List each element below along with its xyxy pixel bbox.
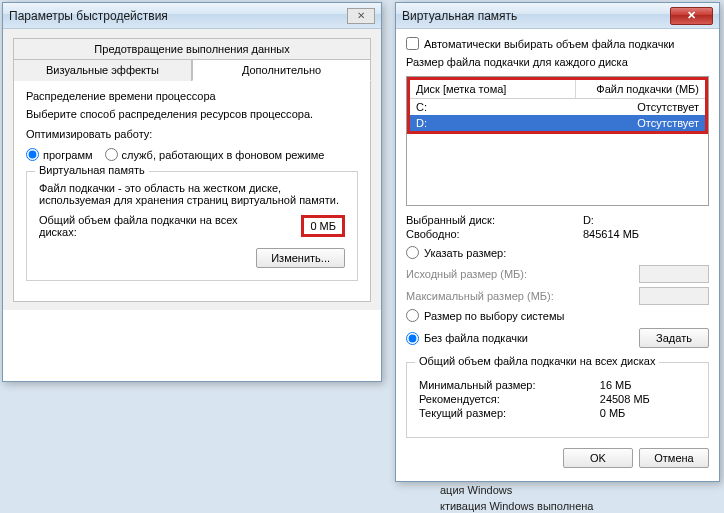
close-icon[interactable]: ✕ [670,7,713,25]
window-body: Автоматически выбирать объем файла подка… [396,29,719,476]
initial-size-input [639,265,709,283]
selected-disk-value: D: [583,214,709,226]
titlebar[interactable]: Виртуальная память ✕ [396,3,719,29]
tab-visual-effects[interactable]: Визуальные эффекты [13,59,192,81]
vm-total-label: Общий объем файла подкачки на всех диска… [39,214,239,238]
selected-disk-label: Выбранный диск: [406,214,565,226]
cpu-desc: Выберите способ распределения ресурсов п… [26,108,358,120]
radio-programs-input[interactable] [26,148,39,161]
max-size-label: Максимальный размер (МБ): [406,290,554,302]
vm-total-value: 0 МБ [301,215,345,237]
titlebar[interactable]: Параметры быстродействия ✕ [3,3,381,29]
disk-row[interactable]: D: Отсутствует [410,115,705,131]
min-label: Минимальный размер: [419,379,582,391]
radio-services-input[interactable] [105,148,118,161]
vm-group-title: Виртуальная память [35,164,149,176]
col-pagefile: Файл подкачки (МБ) [576,80,705,98]
radio-none-input[interactable] [406,332,419,345]
radio-services[interactable]: служб, работающих в фоновом режиме [105,148,325,161]
per-disk-label: Размер файла подкачки для каждого диска [406,56,709,68]
activation-text-1: ация Windows [440,484,512,496]
cpu-section: Распределение времени процессора Выберит… [26,90,358,161]
vm-groupbox: Виртуальная память Файл подкачки - это о… [26,171,358,281]
performance-options-window: Параметры быстродействия ✕ Предотвращени… [2,2,382,382]
radio-custom-input[interactable] [406,246,419,259]
cpu-title: Распределение времени процессора [26,90,358,102]
radio-system-managed[interactable]: Размер по выбору системы [406,309,709,322]
disk-header: Диск [метка тома] Файл подкачки (МБ) [410,80,705,99]
min-value: 16 МБ [600,379,696,391]
set-button[interactable]: Задать [639,328,709,348]
auto-manage-checkbox[interactable] [406,37,419,50]
cpu-optimize-label: Оптимизировать работу: [26,128,358,140]
cur-value: 0 МБ [600,407,696,419]
totals-title: Общий объем файла подкачки на всех диска… [415,355,659,367]
auto-manage-label: Автоматически выбирать объем файла подка… [424,38,674,50]
activation-text-2: ктивация Windows выполнена [440,500,593,512]
change-button[interactable]: Изменить... [256,248,345,268]
window-body: Предотвращение выполнения данных Визуаль… [3,29,381,310]
tab-content: Распределение времени процессора Выберит… [13,80,371,302]
virtual-memory-window: Виртуальная память ✕ Автоматически выбир… [395,2,720,482]
selected-disk-info: Выбранный диск: D: Свободно: 845614 МБ [406,214,709,240]
window-title: Виртуальная память [402,9,670,23]
radio-programs[interactable]: программ [26,148,93,161]
cancel-button[interactable]: Отмена [639,448,709,468]
max-size-input [639,287,709,305]
rec-value: 24508 МБ [600,393,696,405]
radio-custom-size[interactable]: Указать размер: [406,246,709,259]
window-title: Параметры быстродействия [9,9,347,23]
tab-dep[interactable]: Предотвращение выполнения данных [13,38,371,59]
close-icon[interactable]: ✕ [347,8,375,24]
initial-size-label: Исходный размер (МБ): [406,268,527,280]
disk-row[interactable]: C: Отсутствует [410,99,705,115]
ok-button[interactable]: OK [563,448,633,468]
col-disk: Диск [метка тома] [410,80,576,98]
tab-advanced[interactable]: Дополнительно [192,59,371,81]
rec-label: Рекомендуется: [419,393,582,405]
radio-system-input[interactable] [406,309,419,322]
radio-no-paging[interactable]: Без файла подкачки [406,332,528,345]
vm-desc: Файл подкачки - это область на жестком д… [39,182,345,206]
totals-groupbox: Общий объем файла подкачки на всех диска… [406,362,709,438]
free-space-label: Свободно: [406,228,565,240]
cur-label: Текущий размер: [419,407,582,419]
dialog-buttons: OK Отмена [406,448,709,468]
free-space-value: 845614 МБ [583,228,709,240]
disk-listbox[interactable]: Диск [метка тома] Файл подкачки (МБ) C: … [406,76,709,206]
